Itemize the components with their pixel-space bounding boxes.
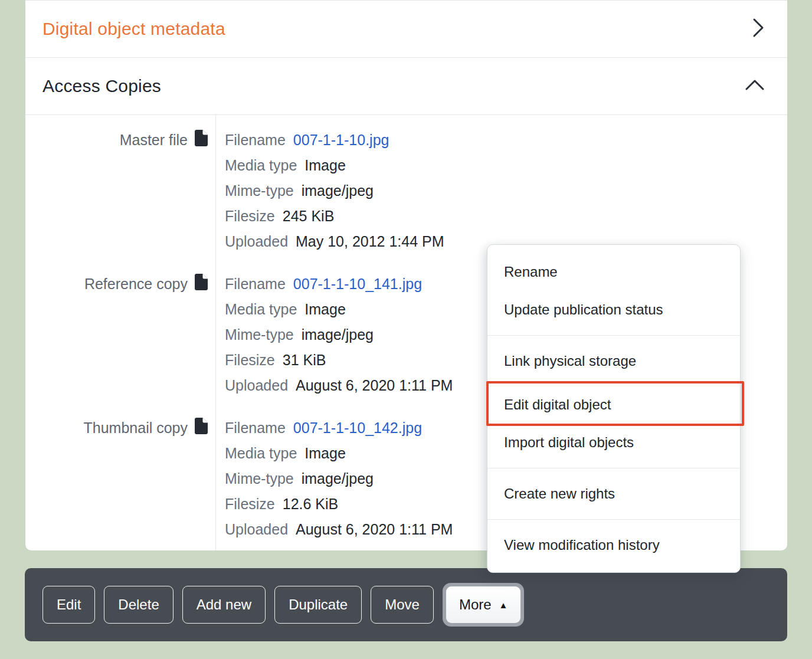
more-button-focus-ring: More ▲ xyxy=(443,583,525,627)
caret-up-icon: ▲ xyxy=(499,601,508,609)
duplicate-button[interactable]: Duplicate xyxy=(274,586,362,624)
menu-item-edit-digital-object[interactable]: Edit digital object xyxy=(487,386,740,424)
field-value: Image xyxy=(304,301,345,317)
edit-button[interactable]: Edit xyxy=(42,586,95,624)
field-label: Filename xyxy=(225,419,286,436)
menu-item-link-physical-storage[interactable]: Link physical storage xyxy=(487,342,740,380)
field-label: Uploaded xyxy=(225,521,288,537)
more-button-label: More xyxy=(459,596,492,614)
move-button[interactable]: Move xyxy=(371,586,434,624)
menu-item-view-modification-history[interactable]: View modification history xyxy=(487,526,740,564)
filename-link[interactable]: 007-1-1-10_142.jpg xyxy=(293,419,422,436)
field-value: image/jpeg xyxy=(302,470,374,487)
menu-item-create-new-rights[interactable]: Create new rights xyxy=(487,475,740,513)
field-value: 245 KiB xyxy=(283,208,335,224)
menu-divider xyxy=(487,468,740,468)
file-row-label-cell: Thumbnail copy xyxy=(25,415,215,441)
more-button[interactable]: More ▲ xyxy=(446,586,521,623)
menu-item-update-publication-status[interactable]: Update publication status xyxy=(487,291,740,329)
field-value: 31 KiB xyxy=(283,352,326,368)
field-value: Image xyxy=(304,445,345,461)
file-row-label-cell: Master file xyxy=(25,127,215,153)
add-new-button[interactable]: Add new xyxy=(182,586,266,624)
field-value: May 10, 2012 1:44 PM xyxy=(296,233,444,250)
file-icon xyxy=(195,274,208,293)
file-icon xyxy=(195,418,208,437)
menu-item-import-digital-objects[interactable]: Import digital objects xyxy=(487,424,740,461)
file-row-label-cell: Reference copy xyxy=(25,271,215,297)
filename-link[interactable]: 007-1-1-10_141.jpg xyxy=(293,276,422,292)
field-value: Image xyxy=(304,157,345,173)
field-label: Media type xyxy=(225,445,297,461)
menu-divider xyxy=(487,519,740,520)
file-row-values: Filename007-1-1-10_142.jpg Media typeIma… xyxy=(215,415,453,542)
field-label: Mime-type xyxy=(225,326,294,343)
field-label: Mime-type xyxy=(225,182,294,199)
delete-button[interactable]: Delete xyxy=(104,586,173,624)
file-row-values: Filename007-1-1-10_141.jpg Media typeIma… xyxy=(215,271,453,398)
panel-header-digital-object-metadata[interactable]: Digital object metadata xyxy=(25,1,787,58)
action-bar: Edit Delete Add new Duplicate Move More … xyxy=(25,568,787,641)
menu-divider xyxy=(487,335,740,336)
menu-item-rename[interactable]: Rename xyxy=(487,253,740,291)
field-label: Filename xyxy=(225,132,286,148)
field-value: August 6, 2020 1:11 PM xyxy=(296,377,453,394)
field-label: Filesize xyxy=(225,208,275,224)
menu-item-highlight-wrap: Edit digital object xyxy=(487,386,740,424)
chevron-right-icon xyxy=(752,18,765,40)
file-row-label: Reference copy xyxy=(84,276,188,293)
field-label: Mime-type xyxy=(225,470,294,487)
field-label: Media type xyxy=(225,157,297,173)
field-label: Filename xyxy=(225,276,286,292)
field-label: Uploaded xyxy=(225,377,288,394)
chevron-up-icon xyxy=(745,78,765,94)
panel-header-access-copies[interactable]: Access Copies xyxy=(25,58,787,115)
file-row-label: Master file xyxy=(120,132,188,149)
field-value: August 6, 2020 1:11 PM xyxy=(296,521,453,537)
panel-title-digital-object-metadata: Digital object metadata xyxy=(42,19,225,39)
field-value: image/jpeg xyxy=(302,326,374,343)
file-row-values: Filename007-1-1-10.jpg Media typeImage M… xyxy=(215,127,444,254)
file-row-master: Master file Filename007-1-1-10.jpg Media… xyxy=(25,127,787,254)
filename-link[interactable]: 007-1-1-10.jpg xyxy=(293,132,389,148)
field-label: Media type xyxy=(225,301,297,317)
field-value: 12.6 KiB xyxy=(283,496,339,512)
field-value: image/jpeg xyxy=(302,182,374,199)
field-label: Uploaded xyxy=(225,233,288,250)
more-dropup-menu: Rename Update publication status Link ph… xyxy=(487,244,741,573)
panel-title-access-copies: Access Copies xyxy=(42,76,161,96)
file-row-label: Thumbnail copy xyxy=(84,419,188,437)
field-label: Filesize xyxy=(225,496,275,512)
field-label: Filesize xyxy=(225,352,275,368)
file-icon xyxy=(195,130,208,149)
